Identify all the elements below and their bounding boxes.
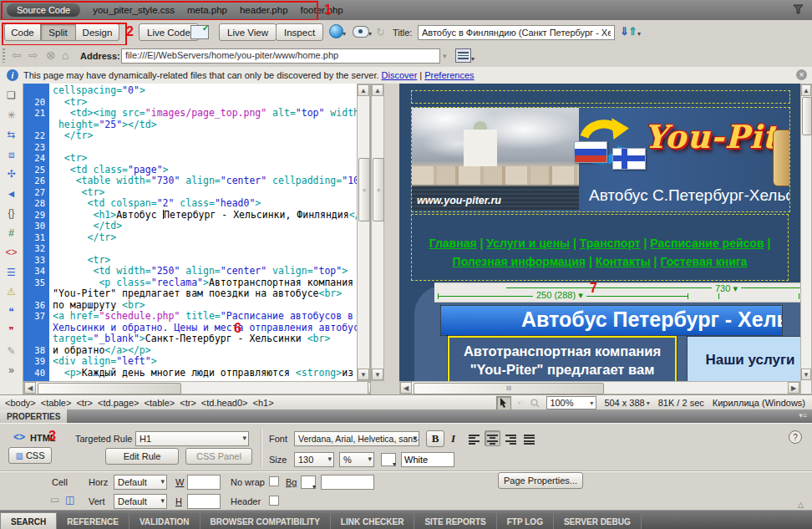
font-select[interactable]: Verdana, Arial, Helvetica, sans-serif (294, 431, 419, 446)
code-line[interactable]: 24 <tr> (23, 153, 380, 165)
line-number[interactable]: 39 (23, 356, 49, 368)
highlight-invalid-code-icon[interactable]: <> (3, 244, 20, 261)
nav-link[interactable]: Расписание рейсов (650, 237, 764, 250)
code-line[interactable]: 32 (23, 243, 380, 255)
line-number[interactable]: 33 (23, 255, 49, 267)
code-line[interactable]: 30 </td> (23, 221, 380, 232)
help-icon[interactable]: ? (789, 430, 802, 444)
code-pane[interactable]: cellspacing="0">20 <tr>21 <td><img src="… (23, 84, 380, 381)
inspect-button[interactable]: Inspect (276, 23, 323, 41)
line-number[interactable] (23, 120, 49, 131)
recent-snippets-icon[interactable]: ✎ (3, 343, 20, 359)
file-put-icon[interactable]: ⇑ (628, 25, 637, 38)
header-checkbox[interactable] (269, 496, 279, 506)
code-line[interactable]: 25 <td class="page"> (23, 165, 380, 176)
css-panel-button[interactable]: CSS Panel (185, 448, 252, 465)
balance-braces-icon[interactable]: {} (3, 205, 20, 221)
nav-link[interactable]: Услуги и цены (486, 237, 570, 250)
code-line[interactable]: 34 <td width="250" align="center" valign… (23, 266, 380, 277)
table-width-menu-250[interactable]: 250 (288) ▾ (533, 290, 586, 301)
nav-link[interactable]: Гостевая книга (660, 255, 747, 268)
line-number[interactable]: 25 (23, 165, 49, 176)
design-pane[interactable]: www.you-piter.ru You-Piter Автобус С.Пет… (399, 84, 800, 381)
vert-select[interactable]: Default (114, 494, 167, 509)
file-mgmt-dropdown-arrow-icon[interactable]: ▾ (637, 30, 641, 38)
tag-selector-item[interactable]: <h1> (253, 398, 274, 408)
line-number[interactable]: 37 (23, 311, 49, 323)
code-view-button[interactable]: Code (4, 23, 41, 41)
line-number[interactable]: 20 (23, 97, 49, 109)
code-line[interactable]: 35 <p class="reclama">Автотранспортная к… (23, 277, 380, 289)
text-color-input[interactable] (401, 452, 454, 467)
tag-selector-item[interactable]: <table> (41, 398, 72, 408)
line-number[interactable]: 22 (23, 130, 49, 142)
related-file-tab[interactable]: you_piter_style.css (93, 5, 175, 15)
code-hscroll-thumb[interactable] (38, 383, 181, 394)
design-vscrollbar[interactable]: ▲ ▼ (800, 84, 812, 394)
align-right-button[interactable] (503, 430, 519, 446)
line-number[interactable]: 26 (23, 175, 49, 187)
line-number[interactable]: 24 (23, 153, 49, 165)
line-number[interactable] (23, 85, 49, 97)
services-box[interactable]: Наши услуги (688, 337, 800, 381)
code-vscrollbar2[interactable]: ▲ ≡ ▼ (371, 84, 384, 381)
line-number[interactable] (23, 333, 49, 345)
bottom-tab-browser-compatibility[interactable]: BROWSER COMPATIBILITY (200, 513, 331, 529)
bg-color-input[interactable] (321, 475, 374, 490)
line-number[interactable]: 27 (23, 187, 49, 199)
width-input[interactable] (187, 475, 221, 490)
bottom-tab-link-checker[interactable]: LINK CHECKER (331, 513, 415, 529)
line-number[interactable]: 38 (23, 345, 49, 357)
window-size-dropdown-icon[interactable]: ▾ (647, 399, 650, 407)
line-number[interactable]: 30 (23, 221, 49, 232)
code-line[interactable]: 21 <td><img src="images/page_top.png" al… (23, 108, 380, 120)
tag-selector-item[interactable]: <body> (5, 398, 36, 408)
align-left-button[interactable] (466, 430, 482, 446)
scroll-down-icon[interactable]: ▼ (801, 369, 811, 380)
nav-link[interactable]: Контакты (596, 255, 651, 268)
related-file-tab[interactable]: header.php (240, 5, 288, 15)
code-line[interactable]: 26 <table width="730" align="center" cel… (23, 175, 380, 187)
bottom-tab-reference[interactable]: REFERENCE (57, 513, 129, 529)
design-view-button[interactable]: Design (76, 23, 119, 41)
bottom-tab-search[interactable]: SEARCH (0, 512, 57, 529)
zoom-tool-icon[interactable] (528, 397, 541, 409)
tag-selector-item[interactable]: <table> (145, 398, 175, 408)
refresh-icon[interactable]: ↻ (376, 26, 385, 38)
code-vscrollbar[interactable]: ▲ ≡ ▼ (357, 84, 370, 381)
design-vscroll-thumb[interactable] (802, 97, 812, 135)
tag-selector-item[interactable]: <tr> (76, 398, 93, 408)
syntax-error-alerts-icon[interactable]: ⚠ (3, 283, 20, 300)
align-center-button[interactable] (485, 430, 500, 446)
align-justify-button[interactable] (521, 430, 537, 446)
code-line[interactable]: 29 <h1>Автобус Петербург - Хельсинки, Фи… (23, 210, 380, 221)
nav-link[interactable]: Главная (429, 237, 477, 250)
code-line[interactable]: 23 (23, 142, 380, 154)
code-vscroll-thumb2[interactable]: ≡ (373, 158, 384, 221)
scroll-up-icon[interactable]: ▲ (801, 84, 811, 96)
text-color-swatch[interactable] (381, 453, 396, 466)
source-code-tab[interactable]: Source Code (7, 3, 80, 17)
back-icon[interactable]: ⇦ (12, 48, 22, 62)
height-input[interactable] (187, 494, 221, 509)
bold-button[interactable]: B (426, 430, 444, 447)
design-top-row[interactable] (411, 90, 790, 104)
expand-all-icon[interactable]: ✣ (3, 165, 20, 182)
code-line[interactable]: height="25"></td> (23, 120, 380, 131)
home-icon[interactable]: ⌂ (62, 48, 69, 62)
code-line[interactable]: target="_blank">Санкт-Петербург - Хельси… (23, 333, 380, 345)
line-numbers-icon[interactable]: # (3, 225, 20, 242)
line-number[interactable]: 28 (23, 198, 49, 210)
bottom-tab-site-reports[interactable]: SITE REPORTS (414, 513, 496, 529)
table-width-bar[interactable]: 730 ▾ 250 (288) ▾ (434, 282, 800, 303)
line-number[interactable]: 34 (23, 266, 49, 277)
preview-dropdown-arrow-icon[interactable]: ▾ (343, 30, 346, 38)
preview-in-browser-icon[interactable] (329, 24, 343, 38)
live-view-button[interactable]: Live View (219, 23, 277, 41)
line-number[interactable]: 36 (23, 300, 49, 312)
code-hscrollbar[interactable]: ◀ ▶ (23, 381, 380, 394)
tag-selector-item[interactable]: <td.head0> (201, 398, 248, 408)
remove-comment-icon[interactable]: ❞ (3, 323, 20, 339)
collapse-full-tag-icon[interactable]: ✳ (3, 107, 20, 124)
site-banner[interactable]: www.you-piter.ru You-Piter Автобус С.Пет… (411, 107, 790, 212)
